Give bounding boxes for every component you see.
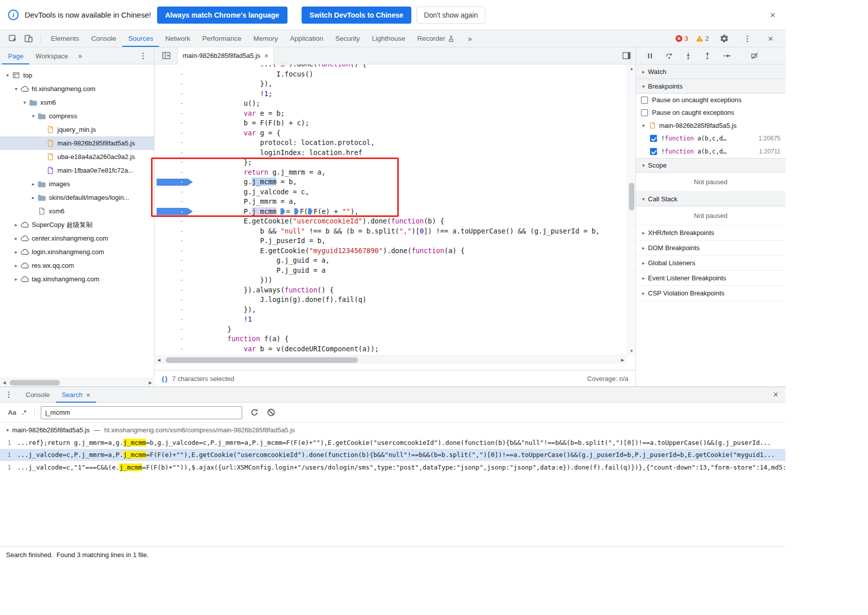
section-watch[interactable]: ▸Watch <box>636 64 785 79</box>
tree-item[interactable]: jquery_min.js <box>0 123 154 136</box>
code-line[interactable]: - })) <box>155 275 627 285</box>
step-icon[interactable] <box>722 52 731 60</box>
code-line[interactable]: - }).always(function() { <box>155 285 627 295</box>
tree-item[interactable]: ▸tag.xinshangmeng.com <box>0 272 154 286</box>
gutter-cell[interactable]: - <box>155 109 197 119</box>
gutter-cell[interactable]: - <box>155 305 197 315</box>
checkbox-unchecked[interactable] <box>641 97 648 104</box>
match-language-button[interactable]: Always match Chrome's language <box>157 7 287 24</box>
gutter-cell[interactable]: - <box>155 168 197 178</box>
gutter-cell[interactable]: - <box>155 315 197 325</box>
step-into-icon[interactable] <box>684 52 692 60</box>
breakpoint-entry[interactable]: !function a(b,c,d…1:20711 <box>636 145 785 158</box>
drawer-tab-search[interactable]: Search× <box>56 387 96 403</box>
code-line[interactable]: - P.j_mmrm = a, <box>155 197 627 207</box>
code-editor[interactable]: - ...("…").done(function() {- I.focus()-… <box>155 64 627 355</box>
tab-security[interactable]: Security <box>329 30 366 47</box>
search-match-row[interactable]: 1...ref};return g.j_mmrm=a,g.j_mcmm=b,g.… <box>0 436 785 449</box>
navigator-tab-workspace[interactable]: Workspace <box>29 47 74 64</box>
scroll-left-icon[interactable]: ◀ <box>155 356 163 364</box>
more-tabs-chevron[interactable]: » <box>468 34 472 43</box>
code-line[interactable]: - return g.j_mmrm = a, <box>155 168 627 178</box>
tab-elements[interactable]: Elements <box>45 30 85 47</box>
gutter-cell[interactable]: - <box>155 325 197 335</box>
gutter-cell[interactable]: - <box>155 207 197 217</box>
chevron-right-icon[interactable]: ▸ <box>13 236 20 241</box>
tree-item[interactable]: ▸res.wx.qq.com <box>0 259 154 272</box>
settings-gear-icon[interactable] <box>719 34 729 43</box>
gutter-cell[interactable]: - <box>155 246 197 256</box>
chevron-down-icon[interactable]: ▾ <box>4 72 11 78</box>
tab-network[interactable]: Network <box>159 30 196 47</box>
tab-lighthouse[interactable]: Lighthouse <box>366 30 411 47</box>
section-csp-violation-breakpoints[interactable]: ▸CSP Violation Breakpoints <box>636 286 785 301</box>
toggle-debugger-sidebar-icon[interactable] <box>622 51 631 60</box>
step-out-icon[interactable] <box>703 52 711 60</box>
error-count-badge[interactable]: 3 <box>675 35 688 42</box>
gutter-cell[interactable]: - <box>155 187 197 197</box>
tree-item[interactable]: ▾hl.xinshangmeng.com <box>0 82 154 96</box>
tree-item[interactable]: ▸center.xinshangmeng.com <box>0 232 154 245</box>
gutter-cell[interactable]: - <box>155 89 197 99</box>
section-xhr-fetch-breakpoints[interactable]: ▸XHR/fetch Breakpoints <box>636 225 785 241</box>
gutter-cell[interactable]: - <box>155 266 197 276</box>
code-line[interactable]: - J.login(g).done(f).fail(q) <box>155 295 627 305</box>
code-line[interactable]: - g.j_valcode = c, <box>155 187 627 197</box>
search-match-row[interactable]: 1...j_valcode=c,P.j_mmrm=a,P.j_mcmm=F(F(… <box>0 449 785 462</box>
code-line[interactable]: - protocol: location.protocol, <box>155 138 627 148</box>
code-line[interactable]: - !1 <box>155 315 627 325</box>
editor-file-tab[interactable]: main-9826b285f8fad5a5.js × <box>177 47 274 64</box>
code-line[interactable]: - }), <box>155 305 627 315</box>
gutter-cell[interactable]: - <box>155 256 197 266</box>
navigator-menu-icon[interactable]: ⋮ <box>139 51 147 60</box>
scroll-left-icon[interactable]: ◀ <box>0 378 9 387</box>
gutter-cell[interactable]: - <box>155 138 197 148</box>
scroll-up-icon[interactable]: ▲ <box>627 64 636 73</box>
tree-item[interactable]: uba-e18a4a2a260ac9a2.js <box>0 150 154 164</box>
regex-toggle[interactable]: .* <box>18 409 30 416</box>
tree-item[interactable]: ▸skins/default/images/login... <box>0 191 154 204</box>
tree-item[interactable]: main-9826b285f8fad5a5.js <box>0 136 154 150</box>
inline-breakpoint-icon[interactable] <box>294 208 299 215</box>
gutter-cell[interactable]: - <box>155 148 197 158</box>
deactivate-breakpoints-icon[interactable] <box>751 52 759 60</box>
gutter-cell[interactable]: - <box>155 99 197 109</box>
gutter-cell[interactable]: - <box>155 295 197 305</box>
gutter-cell[interactable]: - <box>155 64 197 69</box>
breakpoint-flag-icon[interactable] <box>157 208 193 215</box>
code-line[interactable]: - b && "null" !== b && (b = b.split(",")… <box>155 226 627 237</box>
warning-count-badge[interactable]: 2 <box>696 35 709 42</box>
gutter-cell[interactable]: - <box>155 344 197 354</box>
scroll-right-icon[interactable]: ▶ <box>618 356 627 364</box>
gutter-cell[interactable]: - <box>155 128 197 138</box>
devtools-close-icon[interactable]: × <box>766 34 775 43</box>
search-input[interactable] <box>41 406 242 419</box>
search-match-row[interactable]: 1...j_valcode=c,"1"===C&&(e.j_mcmm=F(F(b… <box>0 461 785 474</box>
tree-item[interactable]: ▾xsm6 <box>0 96 154 109</box>
code-line[interactable]: - g.j_guid = a, <box>155 256 627 266</box>
switch-to-chinese-button[interactable]: Switch DevTools to Chinese <box>302 7 411 24</box>
gutter-cell[interactable]: - <box>155 158 197 168</box>
gutter-cell[interactable]: - <box>155 334 197 344</box>
scrollbar-thumb[interactable] <box>10 380 60 386</box>
tree-item[interactable]: ▸images <box>0 177 154 191</box>
banner-close-icon[interactable]: × <box>770 11 775 20</box>
dont-show-again-button[interactable]: Don't show again <box>416 7 485 24</box>
code-line[interactable]: - u(); <box>155 99 627 109</box>
code-line[interactable]: - ...("…").done(function() { <box>155 64 627 69</box>
code-line[interactable]: - var g = { <box>155 128 627 138</box>
gutter-cell[interactable]: - <box>155 118 197 128</box>
chevron-right-icon[interactable]: ▸ <box>13 263 20 268</box>
gutter-cell[interactable]: - <box>155 275 197 285</box>
drawer-close-icon[interactable]: × <box>773 390 778 399</box>
drawer-tab-console[interactable]: Console <box>20 387 56 403</box>
navigator-more-tabs-chevron[interactable]: » <box>78 52 82 60</box>
chevron-down-icon[interactable]: ▾ <box>30 113 37 119</box>
gutter-cell[interactable]: - <box>155 285 197 295</box>
tab-console[interactable]: Console <box>85 30 122 47</box>
tree-item[interactable]: xsm6 <box>0 204 154 218</box>
gutter-cell[interactable]: - <box>155 236 197 246</box>
checkbox-checked[interactable] <box>650 135 657 142</box>
chevron-right-icon[interactable]: ▸ <box>30 181 37 187</box>
chevron-down-icon[interactable]: ▾ <box>13 86 20 92</box>
